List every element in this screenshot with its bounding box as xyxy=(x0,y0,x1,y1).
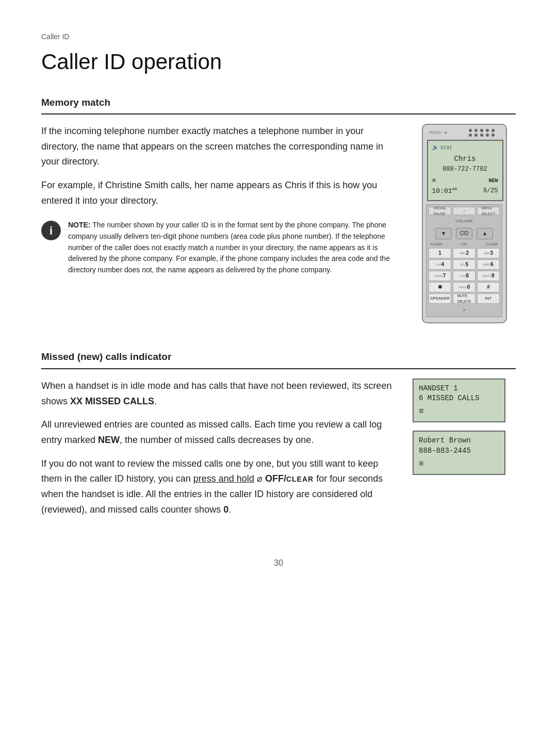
note-box: i NOTE: The number shown by your caller … xyxy=(41,220,392,275)
keypad-0[interactable]: OPER0 xyxy=(453,282,476,292)
missed-screen1-icon: ≡ xyxy=(419,406,499,417)
missed-screen2-icon: ≡ xyxy=(419,458,499,470)
screen-time-row: 10:01AM 9/25 xyxy=(432,186,498,197)
note-body: The number shown by your caller ID is in… xyxy=(68,221,390,274)
page-title: Caller ID operation xyxy=(41,44,516,79)
ring-indicator: RING! ➜ xyxy=(429,129,448,136)
section2-para3: If you do not want to review the missed … xyxy=(41,456,392,518)
section-memory-match: Memory match If the incoming telephone n… xyxy=(41,95,516,324)
phone-top-area: RING! ➜ xyxy=(423,125,506,205)
dot xyxy=(486,129,489,132)
keypad-menu: MENUSELECT xyxy=(477,207,500,215)
screen-new-badge: NEW xyxy=(488,177,498,185)
section-missed-calls: Missed (new) calls indicator When a hand… xyxy=(41,349,516,525)
screen-bottom: ≡ NEW xyxy=(432,176,498,187)
para3-clear: CLEAR xyxy=(286,475,314,483)
keypad-8[interactable]: TUV8 xyxy=(453,271,476,281)
para3-final: . xyxy=(228,504,231,515)
keypad-speaker[interactable]: SPEAKER xyxy=(429,293,451,304)
keypad-top-row: REDIALPAUSE / MENUSELECT xyxy=(429,207,500,215)
keypad-int[interactable]: INT xyxy=(477,293,500,304)
missed-screen-2: Robert Brown 888-883-2445 ≡ xyxy=(413,431,505,475)
dots-grid xyxy=(469,129,496,137)
dot xyxy=(469,129,472,132)
para1-bold: XX MISSED CALLS xyxy=(70,396,154,406)
screen-date: 9/25 xyxy=(483,186,498,197)
nav-vol-row: ▼ CID ▲ xyxy=(429,228,500,239)
keypad-9[interactable]: WXYZ9 xyxy=(477,271,500,281)
para2-end: , the number of missed calls decreases b… xyxy=(120,435,314,445)
dot xyxy=(492,129,495,132)
screen-icon-top: 🔊 xyxy=(432,144,438,152)
para3-bold: OFF/ xyxy=(263,473,286,484)
keypad-5[interactable]: JKL5 xyxy=(453,259,476,270)
phone-screen: 🔊 stat Chris 888-722-7702 ≡ NEW 10:01AM xyxy=(427,140,503,202)
keypad-slash: / xyxy=(453,207,476,215)
keypad-6[interactable]: MNO6 xyxy=(477,259,500,270)
section1-heading: Memory match xyxy=(41,95,516,114)
phone-device: RING! ➜ xyxy=(422,124,507,323)
para1-end: . xyxy=(154,396,157,406)
keypad-4[interactable]: GHI4 xyxy=(429,259,451,270)
section1-para2: For example, if Christine Smith calls, h… xyxy=(41,178,392,208)
screen-stat: stat xyxy=(440,144,453,152)
para3-underline: press and hold xyxy=(193,473,254,484)
missed-screen2-line1: Robert Brown xyxy=(419,436,499,446)
keypad-row-123: 1 ABC2 DEF3 xyxy=(429,248,500,258)
missed-calls-screens-col: HANDSET 1 6 MISSED CALLS ≡ Robert Brown … xyxy=(413,379,516,475)
breadcrumb: Caller ID xyxy=(41,31,516,42)
keypad-row-star-0-hash: ✱ OPER0 # xyxy=(429,282,500,292)
section2-para1: When a handset is in idle mode and has c… xyxy=(41,379,392,409)
keypad-2[interactable]: ABC2 xyxy=(453,248,476,258)
screen-icon-bottom: ≡ xyxy=(432,176,436,187)
clear-label: CLEAR xyxy=(486,241,498,247)
dot xyxy=(486,134,489,137)
section1-para1: If the incoming telephone number exactly… xyxy=(41,124,392,170)
dot xyxy=(492,134,495,137)
section1-text-col: If the incoming telephone number exactly… xyxy=(41,124,392,276)
cid-btn[interactable]: CID xyxy=(456,228,472,239)
vol-up-btn[interactable]: ▲ xyxy=(477,228,493,239)
dot xyxy=(469,134,472,137)
section2-para2: All unreviewed entries are counted as mi… xyxy=(41,417,392,448)
page-number: 30 xyxy=(41,556,516,570)
dot xyxy=(474,134,478,137)
dot xyxy=(480,129,483,132)
screen-name: Chris xyxy=(432,153,498,165)
missed-screen-1: HANDSET 1 6 MISSED CALLS ≡ xyxy=(413,379,505,423)
phone-dot-indicator: • xyxy=(429,306,500,315)
keypad-hash[interactable]: # xyxy=(477,282,500,292)
para3-icon: ⌀ xyxy=(257,473,263,484)
note-label: NOTE: xyxy=(68,221,91,229)
keypad-7[interactable]: PQRS7 xyxy=(429,271,451,281)
para3-zero: 0 xyxy=(223,504,228,515)
missed-screen2-line2: 888-883-2445 xyxy=(419,446,499,456)
phone-keypad: REDIALPAUSE / MENUSELECT VOLUME ▼ CID ▲ xyxy=(426,204,502,317)
para2-bold: NEW xyxy=(98,435,120,445)
cid-label: CID xyxy=(461,241,467,247)
dot xyxy=(480,134,483,137)
phone-device-col: RING! ➜ xyxy=(413,124,516,323)
section2-text-col: When a handset is in idle mode and has c… xyxy=(41,379,392,526)
dot xyxy=(474,129,478,132)
note-text: NOTE: The number shown by your caller ID… xyxy=(68,220,392,275)
flash-label: FLASH xyxy=(431,241,443,247)
screen-am: AM xyxy=(452,187,457,191)
keypad-1[interactable]: 1 xyxy=(429,248,451,258)
keypad-row-bottom: SPEAKER MUTEDELETE INT xyxy=(429,293,500,304)
vol-down-btn[interactable]: ▼ xyxy=(435,228,452,239)
flash-clear-row: FLASH CID CLEAR xyxy=(429,241,500,247)
keypad-3[interactable]: DEF3 xyxy=(477,248,500,258)
missed-screen1-line2: 6 MISSED CALLS xyxy=(419,393,499,404)
section2-heading: Missed (new) calls indicator xyxy=(41,349,516,369)
screen-time: 10:01AM xyxy=(432,186,457,197)
volume-row: VOLUME xyxy=(429,218,500,225)
keypad-row-456: GHI4 JKL5 MNO6 xyxy=(429,259,500,270)
keypad-row-789: PQRS7 TUV8 WXYZ9 xyxy=(429,271,500,281)
info-icon: i xyxy=(41,221,61,240)
keypad-redial: REDIALPAUSE xyxy=(429,207,451,215)
missed-screen1-line1: HANDSET 1 xyxy=(419,384,499,394)
keypad-mute-delete[interactable]: MUTEDELETE xyxy=(453,293,476,304)
keypad-star[interactable]: ✱ xyxy=(429,282,451,292)
screen-time-val: 10:01 xyxy=(432,188,452,195)
